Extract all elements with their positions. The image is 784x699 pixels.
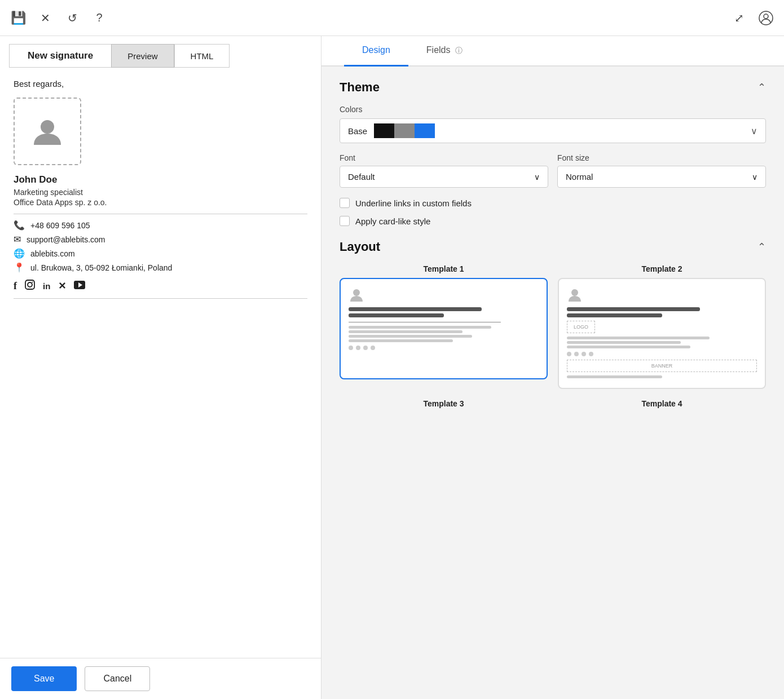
email-text: support@ablebits.com: [27, 235, 105, 244]
colors-dropdown[interactable]: Base ∨: [340, 118, 766, 143]
font-size-label: Font size: [557, 153, 766, 162]
layout-section-header: Layout ⌃: [340, 240, 766, 254]
location-icon: 📍: [14, 262, 25, 273]
svg-point-8: [353, 289, 360, 296]
profile-icon[interactable]: [757, 9, 775, 27]
font-select[interactable]: Default ∨: [340, 166, 548, 188]
divider-1: [14, 214, 307, 214]
underline-checkbox-row: Underline links in custom fields: [340, 198, 766, 208]
font-size-value: Normal: [566, 172, 593, 182]
font-size-group: Font size Normal ∨: [557, 153, 766, 188]
preview-area: Best regards, John Doe Marketing special…: [0, 68, 321, 658]
templates-grid: Template 1: [340, 264, 766, 408]
greeting-text: Best regards,: [14, 79, 307, 89]
expand-icon[interactable]: ⤢: [730, 9, 748, 27]
email-icon: ✉: [14, 234, 21, 245]
svg-point-9: [571, 289, 578, 296]
tab-html[interactable]: HTML: [174, 44, 230, 68]
template-2-item: Template 2 LOGO: [558, 264, 766, 389]
website-text: ablebits.com: [30, 249, 75, 258]
tab-new-signature[interactable]: New signature: [9, 44, 111, 68]
main-content: New signature Preview HTML Best regards,…: [0, 36, 784, 699]
svg-point-1: [764, 14, 768, 19]
font-label: Font: [340, 153, 548, 162]
instagram-icon[interactable]: [25, 280, 35, 293]
address-row: 📍 ul. Brukowa, 3, 05-092 Łomianki, Polan…: [14, 262, 307, 273]
help-icon[interactable]: ?: [90, 9, 108, 27]
fields-info-icon: ⓘ: [455, 46, 463, 55]
underline-checkbox[interactable]: [340, 198, 350, 208]
phone-row: 📞 +48 609 596 105: [14, 220, 307, 231]
layout-title: Layout: [340, 240, 380, 254]
x-twitter-icon[interactable]: ✕: [58, 280, 66, 292]
globe-icon: 🌐: [14, 248, 25, 259]
right-panel: Design Fields ⓘ Theme ⌃ Colors Base: [321, 36, 784, 699]
colors-left: Base: [348, 123, 435, 138]
layout-collapse-icon[interactable]: ⌃: [757, 241, 766, 253]
tabs-bar: New signature Preview HTML: [0, 36, 321, 68]
svg-point-4: [28, 282, 32, 287]
color-swatch-blue: [415, 123, 435, 138]
font-value: Default: [348, 172, 375, 182]
template-1-label: Template 1: [423, 264, 464, 273]
font-group: Font Default ∨: [340, 153, 548, 188]
colors-base-label: Base: [348, 126, 367, 136]
font-size-select[interactable]: Normal ∨: [557, 166, 766, 188]
template-4-label: Template 4: [641, 399, 682, 408]
cancel-button[interactable]: Cancel: [85, 666, 150, 691]
action-bar: Save Cancel: [0, 658, 321, 699]
theme-collapse-icon[interactable]: ⌃: [757, 81, 766, 94]
phone-icon: 📞: [14, 220, 25, 231]
tab-preview[interactable]: Preview: [111, 44, 174, 68]
card-style-checkbox-row: Apply card-like style: [340, 216, 766, 226]
tab-design[interactable]: Design: [344, 36, 408, 67]
font-size-chevron-icon: ∨: [752, 172, 757, 182]
theme-title: Theme: [340, 80, 380, 95]
template-3-item: Template 3: [340, 399, 548, 408]
left-panel: New signature Preview HTML Best regards,…: [0, 36, 321, 699]
contact-title: Marketing specialist: [14, 188, 307, 197]
template-2-logo: LOGO: [567, 321, 595, 333]
svg-point-5: [32, 282, 33, 283]
phone-text: +48 609 596 105: [30, 221, 90, 230]
color-swatches: [374, 123, 435, 138]
layout-section: Layout ⌃ Template 1: [340, 240, 766, 408]
color-swatch-black: [374, 123, 394, 138]
template-3-label: Template 3: [423, 399, 464, 408]
save-button[interactable]: Save: [11, 666, 77, 691]
template-2-card[interactable]: LOGO BANNER: [558, 278, 766, 389]
colors-label: Colors: [340, 105, 766, 114]
svg-rect-3: [25, 280, 34, 289]
contact-company: Office Data Apps sp. z o.o.: [14, 198, 307, 207]
card-style-checkbox[interactable]: [340, 216, 350, 226]
save-icon[interactable]: 💾: [9, 9, 27, 27]
facebook-icon[interactable]: f: [14, 280, 17, 292]
contact-info: 📞 +48 609 596 105 ✉ support@ablebits.com…: [14, 220, 307, 273]
theme-section-header: Theme ⌃: [340, 80, 766, 95]
font-row: Font Default ∨ Font size Normal ∨: [340, 153, 766, 188]
contact-name: John Doe: [14, 174, 307, 185]
right-content: Theme ⌃ Colors Base ∨ Font: [321, 67, 784, 699]
linkedin-icon[interactable]: in: [43, 281, 50, 291]
colors-chevron-icon: ∨: [751, 126, 757, 136]
divider-2: [14, 298, 307, 299]
avatar-placeholder: [14, 98, 81, 165]
tab-fields[interactable]: Fields ⓘ: [408, 36, 481, 67]
card-style-label: Apply card-like style: [355, 216, 430, 226]
template-1-card[interactable]: [340, 278, 548, 379]
youtube-icon[interactable]: [74, 280, 85, 292]
template-1-item: Template 1: [340, 264, 548, 389]
template-2-banner: BANNER: [567, 360, 757, 372]
underline-label: Underline links in custom fields: [355, 198, 472, 208]
font-chevron-icon: ∨: [534, 172, 540, 182]
social-icons: f in ✕: [14, 280, 307, 293]
email-row: ✉ support@ablebits.com: [14, 234, 307, 245]
undo-icon[interactable]: ↺: [63, 9, 81, 27]
template-4-item: Template 4: [558, 399, 766, 408]
right-tabs: Design Fields ⓘ: [321, 36, 784, 67]
svg-point-2: [41, 120, 54, 134]
close-icon[interactable]: ✕: [36, 9, 54, 27]
color-swatch-gray: [394, 123, 415, 138]
website-row: 🌐 ablebits.com: [14, 248, 307, 259]
template-2-label: Template 2: [641, 264, 682, 273]
